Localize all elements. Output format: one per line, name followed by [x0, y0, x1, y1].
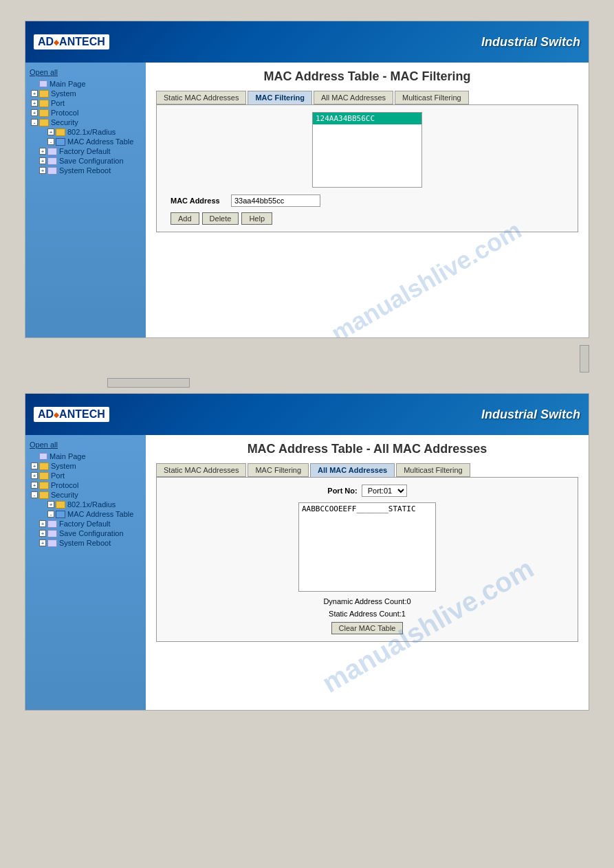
logo: AD◆ANTECH — [34, 34, 109, 49]
mac-address-label: MAC Address — [171, 197, 226, 205]
logo-2: AD◆ANTECH — [34, 407, 109, 422]
tab2-mac-filtering[interactable]: MAC Filtering — [248, 463, 309, 477]
sidebar-item-factory-default[interactable]: + Factory Default — [38, 146, 142, 156]
tab-bar-2: Static MAC Addresses MAC Filtering All M… — [156, 463, 578, 477]
all-mac-list[interactable]: AABBCCOOEEFF_______STATIC — [298, 502, 436, 592]
page-title: MAC Address Table - MAC Filtering — [156, 69, 578, 84]
all-mac-item: AABBCCOOEEFF_______STATIC — [299, 503, 435, 515]
port-label: Port No: — [327, 487, 357, 495]
tab2-static-mac[interactable]: Static MAC Addresses — [156, 463, 246, 477]
static-count: Static Address Count:1 — [164, 610, 571, 618]
sidebar2-item-security[interactable]: - Security — [30, 490, 142, 500]
sidebar2-item-port[interactable]: + Port — [30, 471, 142, 480]
dynamic-count: Dynamic Address Count:0 — [164, 597, 571, 605]
sidebar-2: Open all Main Page + System + Port + Pro… — [25, 435, 146, 710]
mac-filter-list[interactable]: 124AA34BB56CC — [312, 112, 422, 188]
sidebar2-item-factory-default[interactable]: + Factory Default — [38, 519, 142, 528]
sidebar-item-mac-address-table[interactable]: - MAC Address Table — [46, 137, 142, 146]
page-title-2: MAC Address Table - All MAC Addresses — [156, 442, 578, 456]
mac-address-input[interactable] — [231, 194, 320, 207]
clear-mac-table-button[interactable]: Clear MAC Table — [331, 622, 404, 634]
sidebar2-item-system-reboot[interactable]: + System Reboot — [38, 538, 142, 548]
port-select[interactable]: Port:01 Port:02 Port:03 Port:04 — [362, 485, 407, 497]
scrollbar-bottom[interactable] — [107, 378, 190, 388]
add-button[interactable]: Add — [171, 212, 199, 225]
button-row: Add Delete Help — [171, 212, 571, 225]
tab-multicast-filtering[interactable]: Multicast Filtering — [395, 91, 469, 104]
open-all-link[interactable]: Open all — [30, 68, 142, 76]
header-panel: AD◆ANTECH Industrial Switch — [25, 21, 589, 63]
tab2-all-mac[interactable]: All MAC Addresses — [310, 463, 395, 477]
content-area: 124AA34BB56CC MAC Address Add Delete Hel… — [156, 104, 578, 232]
sidebar: Open all Main Page + System + Port + Pro… — [25, 63, 146, 337]
tab-mac-filtering[interactable]: MAC Filtering — [248, 91, 312, 104]
scrollbar-right[interactable] — [580, 345, 589, 372]
between-panels-area — [25, 338, 589, 393]
open-all-link-2[interactable]: Open all — [30, 441, 142, 449]
content-area-2: Port No: Port:01 Port:02 Port:03 Port:04… — [156, 477, 578, 642]
sidebar2-item-save-config[interactable]: + Save Configuration — [38, 528, 142, 538]
sidebar2-item-main-page[interactable]: Main Page — [38, 452, 142, 461]
tab-all-mac[interactable]: All MAC Addresses — [314, 91, 393, 104]
mac-address-row: MAC Address — [171, 194, 571, 207]
sidebar-item-system-reboot[interactable]: + System Reboot — [38, 166, 142, 175]
delete-button[interactable]: Delete — [202, 212, 239, 225]
sidebar-item-main-page[interactable]: Main Page — [38, 79, 142, 89]
help-button[interactable]: Help — [241, 212, 272, 225]
sidebar-item-protocol[interactable]: + Protocol — [30, 108, 142, 118]
tab2-multicast-filtering[interactable]: Multicast Filtering — [396, 463, 470, 477]
sidebar-item-save-config[interactable]: + Save Configuration — [38, 156, 142, 166]
sidebar-item-security[interactable]: - Security — [30, 118, 142, 127]
header-title: Industrial Switch — [481, 35, 580, 49]
mac-filter-item[interactable]: 124AA34BB56CC — [313, 113, 421, 124]
sidebar2-item-mac-address-table[interactable]: - MAC Address Table — [46, 509, 142, 519]
sidebar-item-port[interactable]: + Port — [30, 98, 142, 108]
header-title-2: Industrial Switch — [481, 408, 580, 422]
sidebar2-item-802[interactable]: + 802.1x/Radius — [46, 500, 142, 509]
header-panel-2: AD◆ANTECH Industrial Switch — [25, 394, 589, 435]
sidebar-item-system[interactable]: + System — [30, 89, 142, 98]
main-content: MAC Address Table - MAC Filtering Static… — [146, 63, 589, 337]
tab-bar: Static MAC Addresses MAC Filtering All M… — [156, 91, 578, 104]
sidebar-item-802[interactable]: + 802.1x/Radius — [46, 127, 142, 137]
main-content-2: MAC Address Table - All MAC Addresses St… — [146, 435, 589, 710]
port-row: Port No: Port:01 Port:02 Port:03 Port:04 — [164, 485, 571, 497]
sidebar2-item-system[interactable]: + System — [30, 461, 142, 471]
tab-static-mac[interactable]: Static MAC Addresses — [156, 91, 246, 104]
sidebar2-item-protocol[interactable]: + Protocol — [30, 480, 142, 490]
